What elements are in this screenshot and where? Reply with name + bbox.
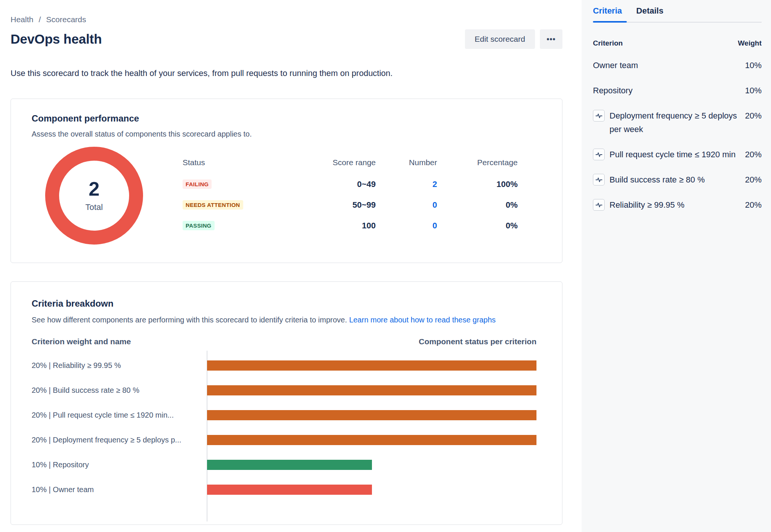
criteria-rows: Owner team 10% Repository 10% Deployment… (593, 59, 762, 212)
bar-track (207, 360, 536, 371)
chart-row-label: 20% | Reliability ≥ 99.95 % (32, 361, 207, 370)
sidebar-tabs: Criteria Details (593, 6, 762, 23)
chart-row: 20% | Reliability ≥ 99.95 % (32, 353, 541, 378)
page-title: DevOps health (11, 32, 102, 47)
list-item: Pull request cycle time ≤ 1920 min 20% (593, 148, 762, 161)
criterion-weight: 20% (745, 173, 762, 187)
bar-track (207, 460, 536, 470)
title-actions: Edit scorecard ••• (465, 29, 562, 49)
metric-pulse-icon (593, 174, 605, 185)
percentage-value: 0% (437, 215, 518, 236)
metric-pulse-icon (593, 199, 605, 211)
list-item: Owner team 10% (593, 59, 762, 72)
criterion-weight: 20% (745, 198, 762, 212)
criterion-label: Deployment frequency ≥ 5 deploys per wee… (609, 109, 745, 136)
criterion-weight: 20% (745, 109, 762, 123)
criteria-sidebar: Criteria Details Criterion Weight Owner … (582, 0, 771, 532)
criteria-bar-chart: 20% | Reliability ≥ 99.95 % 20% | Build … (32, 353, 541, 521)
weight-column-header: Weight (738, 39, 762, 47)
bar-track (207, 385, 536, 395)
chart-row: 20% | Deployment frequency ≥ 5 deploys p… (32, 427, 541, 452)
chart-right-header: Component status per criterion (207, 337, 536, 346)
criterion-label: Pull request cycle time ≤ 1920 min (609, 148, 745, 161)
criterion-weight: 20% (745, 148, 762, 161)
criterion-label: Build success rate ≥ 80 % (609, 173, 745, 187)
criteria-breakdown-card: Criteria breakdown See how different com… (11, 281, 562, 525)
chart-row-label: 10% | Owner team (32, 485, 207, 494)
chart-row-label: 20% | Build success rate ≥ 80 % (32, 386, 207, 395)
table-row: PASSING (183, 215, 290, 236)
learn-more-link[interactable]: Learn more about how to read these graph… (349, 316, 495, 324)
criterion-weight: 10% (745, 59, 762, 72)
status-badge-needs-attention: NEEDS ATTENTION (183, 200, 243, 210)
criteria-table-headers: Criterion Weight (593, 39, 762, 47)
score-range-value: 50~99 (290, 195, 376, 215)
percentage-value: 100% (437, 174, 518, 195)
bar-owner-team[interactable] (207, 485, 372, 495)
tab-criteria[interactable]: Criteria (593, 6, 622, 16)
bar-build-success[interactable] (207, 385, 536, 395)
criteria-breakdown-description: See how different components are perform… (32, 316, 541, 324)
score-range-value: 100 (290, 215, 376, 236)
chart-left-header: Criterion weight and name (32, 337, 207, 346)
criterion-weight: 10% (745, 84, 762, 97)
col-header-percentage: Percentage (437, 158, 518, 174)
component-performance-card: Component performance Assess the overall… (11, 99, 562, 263)
criteria-breakdown-title: Criteria breakdown (32, 298, 541, 309)
component-performance-title: Component performance (32, 113, 541, 124)
list-item: Repository 10% (593, 84, 762, 97)
col-header-number: Number (376, 158, 437, 174)
criterion-column-header: Criterion (593, 39, 623, 47)
total-donut-chart: 2 Total (45, 147, 143, 245)
title-row: DevOps health Edit scorecard ••• (11, 29, 562, 49)
bar-deployment-frequency[interactable] (207, 435, 536, 445)
criterion-label: Reliability ≥ 99.95 % (609, 198, 745, 212)
bar-repository[interactable] (207, 460, 372, 470)
table-row: NEEDS ATTENTION (183, 195, 290, 215)
number-value[interactable]: 0 (376, 195, 437, 215)
chart-row: 10% | Owner team (32, 477, 541, 502)
bar-track (207, 435, 536, 445)
donut-total-label: Total (85, 202, 103, 212)
chart-row-label: 20% | Pull request cycle time ≤ 1920 min… (32, 411, 207, 420)
chart-row-label: 20% | Deployment frequency ≥ 5 deploys p… (32, 436, 207, 444)
chart-row: 20% | Build success rate ≥ 80 % (32, 378, 541, 403)
breadcrumb-scorecards-link[interactable]: Scorecards (46, 15, 86, 24)
tab-details[interactable]: Details (636, 6, 663, 16)
chart-row: 20% | Pull request cycle time ≤ 1920 min… (32, 403, 541, 427)
donut-total-value: 2 (89, 179, 100, 199)
main-content: Health / Scorecards DevOps health Edit s… (11, 0, 562, 525)
edit-scorecard-button[interactable]: Edit scorecard (465, 29, 535, 49)
status-badge-failing: FAILING (183, 179, 212, 189)
bar-track (207, 410, 536, 420)
score-range-value: 0~49 (290, 174, 376, 195)
component-performance-subtitle: Assess the overall status of components … (32, 130, 541, 138)
status-badge-passing: PASSING (183, 221, 215, 230)
bar-track (207, 485, 536, 495)
chart-row: 10% | Repository (32, 452, 541, 477)
more-actions-button[interactable]: ••• (540, 29, 562, 49)
page-description: Use this scorecard to track the health o… (11, 68, 562, 78)
donut-ring: 2 Total (45, 147, 143, 245)
bar-pull-request[interactable] (207, 410, 536, 420)
col-header-status: Status (183, 158, 290, 174)
number-value[interactable]: 0 (376, 215, 437, 236)
list-item: Reliability ≥ 99.95 % 20% (593, 198, 762, 212)
list-item: Deployment frequency ≥ 5 deploys per wee… (593, 109, 762, 136)
criterion-label: Owner team (593, 59, 745, 72)
metric-pulse-icon (593, 110, 605, 122)
number-value[interactable]: 2 (376, 174, 437, 195)
status-table: Status Score range Number Percentage FAI… (183, 158, 541, 236)
metric-pulse-icon (593, 149, 605, 160)
percentage-value: 0% (437, 195, 518, 215)
breadcrumb-separator: / (39, 15, 41, 24)
criterion-label: Repository (593, 84, 745, 97)
active-tab-indicator (593, 21, 627, 23)
breadcrumb-health-link[interactable]: Health (11, 15, 34, 24)
chart-row-label: 10% | Repository (32, 461, 207, 469)
breadcrumb: Health / Scorecards (11, 15, 562, 24)
col-header-score-range: Score range (290, 158, 376, 174)
criteria-breakdown-description-text: See how different components are perform… (32, 316, 347, 324)
list-item: Build success rate ≥ 80 % 20% (593, 173, 762, 187)
bar-reliability[interactable] (207, 360, 536, 371)
